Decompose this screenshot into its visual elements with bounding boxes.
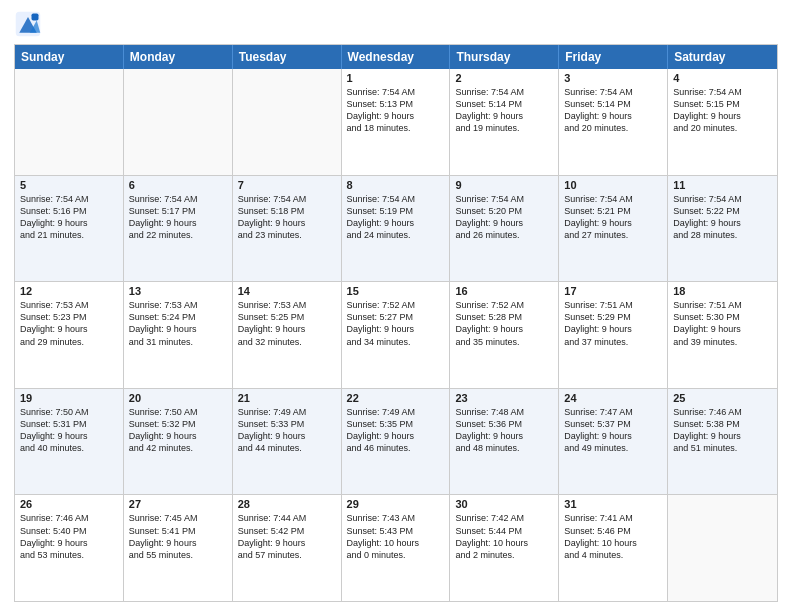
cell-line: Sunset: 5:43 PM xyxy=(347,525,445,537)
header-day-sunday: Sunday xyxy=(15,45,124,69)
day-number: 9 xyxy=(455,179,553,191)
cell-line: Daylight: 9 hours xyxy=(673,110,772,122)
cell-line: Daylight: 9 hours xyxy=(20,537,118,549)
cell-line: and 35 minutes. xyxy=(455,336,553,348)
cell-line: Sunset: 5:31 PM xyxy=(20,418,118,430)
cell-line: Sunrise: 7:41 AM xyxy=(564,512,662,524)
cell-line: and 4 minutes. xyxy=(564,549,662,561)
cell-line: and 49 minutes. xyxy=(564,442,662,454)
calendar-cell: 8Sunrise: 7:54 AMSunset: 5:19 PMDaylight… xyxy=(342,176,451,282)
day-number: 17 xyxy=(564,285,662,297)
calendar-week-row: 19Sunrise: 7:50 AMSunset: 5:31 PMDayligh… xyxy=(15,388,777,495)
day-number: 5 xyxy=(20,179,118,191)
calendar-cell: 24Sunrise: 7:47 AMSunset: 5:37 PMDayligh… xyxy=(559,389,668,495)
cell-line: and 18 minutes. xyxy=(347,122,445,134)
calendar-cell: 3Sunrise: 7:54 AMSunset: 5:14 PMDaylight… xyxy=(559,69,668,175)
cell-line: Sunset: 5:40 PM xyxy=(20,525,118,537)
day-number: 28 xyxy=(238,498,336,510)
day-number: 21 xyxy=(238,392,336,404)
cell-line: Sunrise: 7:54 AM xyxy=(455,193,553,205)
cell-line: Sunrise: 7:54 AM xyxy=(238,193,336,205)
cell-line: Daylight: 10 hours xyxy=(564,537,662,549)
cell-line: and 20 minutes. xyxy=(564,122,662,134)
calendar-cell: 25Sunrise: 7:46 AMSunset: 5:38 PMDayligh… xyxy=(668,389,777,495)
cell-line: Daylight: 10 hours xyxy=(455,537,553,549)
cell-line: Sunset: 5:21 PM xyxy=(564,205,662,217)
calendar-cell: 28Sunrise: 7:44 AMSunset: 5:42 PMDayligh… xyxy=(233,495,342,601)
cell-line: and 53 minutes. xyxy=(20,549,118,561)
calendar-cell xyxy=(233,69,342,175)
cell-line: Sunrise: 7:54 AM xyxy=(347,193,445,205)
cell-line: Daylight: 9 hours xyxy=(20,217,118,229)
day-number: 12 xyxy=(20,285,118,297)
cell-line: Sunset: 5:14 PM xyxy=(455,98,553,110)
cell-line: and 27 minutes. xyxy=(564,229,662,241)
cell-line: Daylight: 9 hours xyxy=(238,217,336,229)
cell-line: Sunrise: 7:49 AM xyxy=(238,406,336,418)
cell-line: and 21 minutes. xyxy=(20,229,118,241)
calendar-cell: 5Sunrise: 7:54 AMSunset: 5:16 PMDaylight… xyxy=(15,176,124,282)
cell-line: Daylight: 9 hours xyxy=(347,217,445,229)
cell-line: Daylight: 9 hours xyxy=(673,430,772,442)
cell-line: Sunrise: 7:52 AM xyxy=(455,299,553,311)
cell-line: Sunset: 5:18 PM xyxy=(238,205,336,217)
cell-line: Daylight: 9 hours xyxy=(564,217,662,229)
cell-line: Sunset: 5:35 PM xyxy=(347,418,445,430)
cell-line: Daylight: 9 hours xyxy=(564,323,662,335)
calendar-cell: 1Sunrise: 7:54 AMSunset: 5:13 PMDaylight… xyxy=(342,69,451,175)
calendar-cell xyxy=(124,69,233,175)
cell-line: Daylight: 9 hours xyxy=(347,323,445,335)
calendar-week-row: 26Sunrise: 7:46 AMSunset: 5:40 PMDayligh… xyxy=(15,494,777,601)
cell-line: Sunset: 5:30 PM xyxy=(673,311,772,323)
cell-line: Sunrise: 7:52 AM xyxy=(347,299,445,311)
header-day-monday: Monday xyxy=(124,45,233,69)
header xyxy=(14,10,778,38)
cell-line: Sunset: 5:41 PM xyxy=(129,525,227,537)
cell-line: Sunrise: 7:50 AM xyxy=(129,406,227,418)
cell-line: Daylight: 9 hours xyxy=(129,217,227,229)
cell-line: Daylight: 9 hours xyxy=(238,430,336,442)
day-number: 25 xyxy=(673,392,772,404)
day-number: 15 xyxy=(347,285,445,297)
day-number: 29 xyxy=(347,498,445,510)
cell-line: and 44 minutes. xyxy=(238,442,336,454)
cell-line: Sunset: 5:29 PM xyxy=(564,311,662,323)
cell-line: and 37 minutes. xyxy=(564,336,662,348)
cell-line: Sunrise: 7:51 AM xyxy=(564,299,662,311)
cell-line: and 23 minutes. xyxy=(238,229,336,241)
cell-line: Sunset: 5:27 PM xyxy=(347,311,445,323)
cell-line: and 24 minutes. xyxy=(347,229,445,241)
calendar-cell: 22Sunrise: 7:49 AMSunset: 5:35 PMDayligh… xyxy=(342,389,451,495)
cell-line: Sunset: 5:16 PM xyxy=(20,205,118,217)
cell-line: Daylight: 9 hours xyxy=(20,323,118,335)
day-number: 18 xyxy=(673,285,772,297)
cell-line: Sunrise: 7:49 AM xyxy=(347,406,445,418)
cell-line: Daylight: 9 hours xyxy=(129,323,227,335)
cell-line: and 39 minutes. xyxy=(673,336,772,348)
cell-line: Sunrise: 7:46 AM xyxy=(673,406,772,418)
day-number: 27 xyxy=(129,498,227,510)
day-number: 16 xyxy=(455,285,553,297)
cell-line: and 34 minutes. xyxy=(347,336,445,348)
calendar-cell: 4Sunrise: 7:54 AMSunset: 5:15 PMDaylight… xyxy=(668,69,777,175)
cell-line: Daylight: 9 hours xyxy=(564,110,662,122)
day-number: 1 xyxy=(347,72,445,84)
calendar-cell: 13Sunrise: 7:53 AMSunset: 5:24 PMDayligh… xyxy=(124,282,233,388)
calendar-cell: 18Sunrise: 7:51 AMSunset: 5:30 PMDayligh… xyxy=(668,282,777,388)
cell-line: Daylight: 9 hours xyxy=(347,110,445,122)
calendar-cell: 12Sunrise: 7:53 AMSunset: 5:23 PMDayligh… xyxy=(15,282,124,388)
day-number: 26 xyxy=(20,498,118,510)
header-day-saturday: Saturday xyxy=(668,45,777,69)
cell-line: and 0 minutes. xyxy=(347,549,445,561)
day-number: 24 xyxy=(564,392,662,404)
calendar-cell: 20Sunrise: 7:50 AMSunset: 5:32 PMDayligh… xyxy=(124,389,233,495)
calendar-cell: 17Sunrise: 7:51 AMSunset: 5:29 PMDayligh… xyxy=(559,282,668,388)
cell-line: Sunrise: 7:54 AM xyxy=(455,86,553,98)
header-day-thursday: Thursday xyxy=(450,45,559,69)
day-number: 7 xyxy=(238,179,336,191)
cell-line: Sunset: 5:46 PM xyxy=(564,525,662,537)
cell-line: Sunrise: 7:48 AM xyxy=(455,406,553,418)
calendar-header-row: SundayMondayTuesdayWednesdayThursdayFrid… xyxy=(15,45,777,69)
cell-line: Daylight: 9 hours xyxy=(455,217,553,229)
calendar-cell: 23Sunrise: 7:48 AMSunset: 5:36 PMDayligh… xyxy=(450,389,559,495)
